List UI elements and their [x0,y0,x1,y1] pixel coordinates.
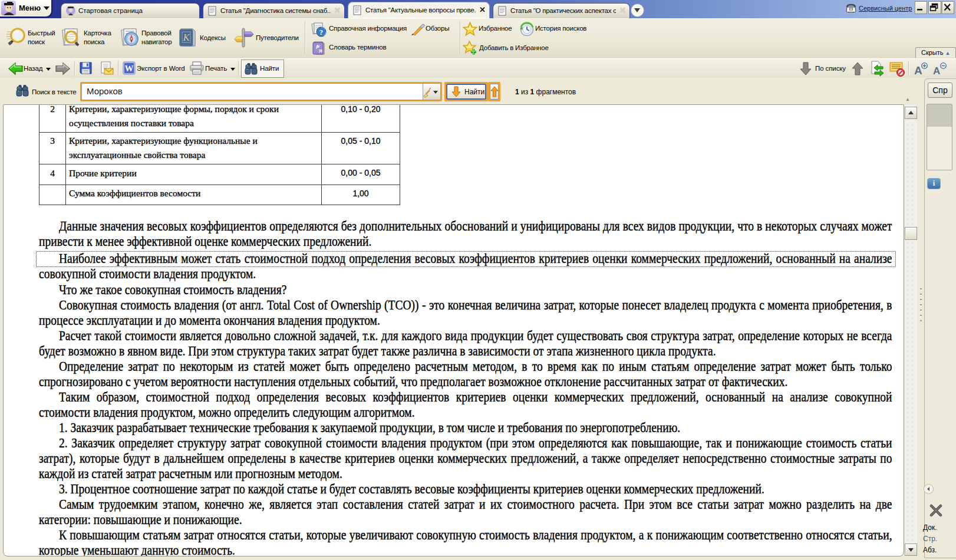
svg-text:?: ? [319,28,324,37]
svg-text:Я: Я [319,48,322,54]
svg-text:К: К [183,32,190,42]
svg-text:W: W [125,64,134,73]
svg-text:A: A [914,64,922,76]
svg-text:A: A [933,65,940,76]
